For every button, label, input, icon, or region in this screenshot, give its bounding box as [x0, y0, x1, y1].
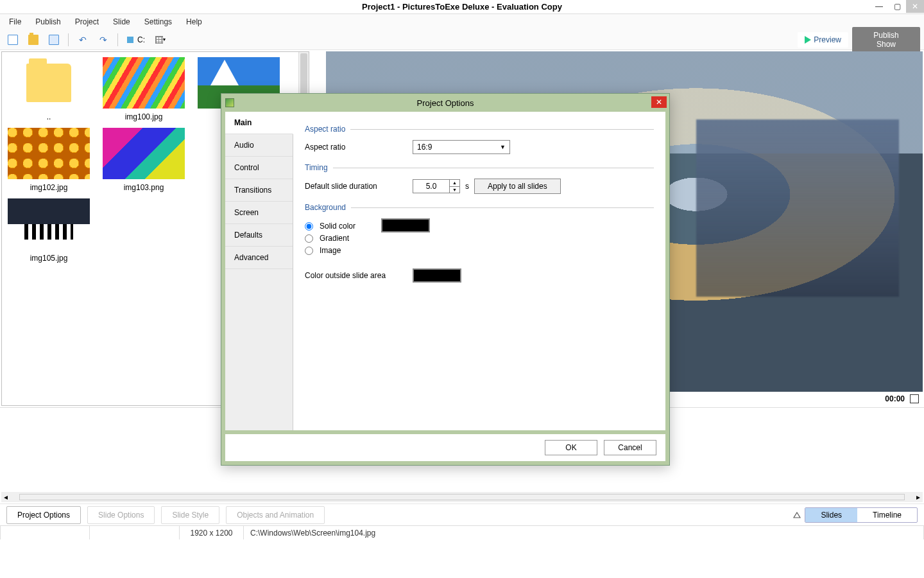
chevron-down-icon: ▼	[500, 144, 506, 150]
scroll-track[interactable]	[19, 494, 905, 500]
spin-down-icon[interactable]: ▼	[450, 187, 459, 193]
slide-options-button[interactable]: Slide Options	[87, 506, 155, 524]
scrollbar-horizontal[interactable]: ◂ ▸	[1, 492, 923, 502]
thumbnail-image	[8, 198, 90, 250]
bg-solid-radio[interactable]: Solid color	[305, 222, 355, 231]
aspect-ratio-value: 16:9	[417, 143, 432, 152]
save-button[interactable]	[45, 32, 63, 48]
aspect-ratio-label: Aspect ratio	[305, 143, 413, 152]
dialog-tab-main[interactable]: Main	[225, 112, 293, 134]
view-timeline-tab[interactable]: Timeline	[857, 508, 917, 522]
duration-input[interactable]	[413, 180, 449, 193]
thumb-label: img102.jpg	[30, 183, 68, 192]
menu-project[interactable]: Project	[69, 15, 105, 29]
undo-button[interactable]: ↶	[74, 32, 92, 48]
new-file-icon	[8, 35, 18, 45]
preview-label: Preview	[814, 35, 841, 44]
project-options-button[interactable]: Project Options	[6, 506, 81, 524]
folder-icon	[26, 64, 71, 102]
section-background-title: Background	[305, 203, 654, 212]
apply-all-slides-button[interactable]: Apply to all slides	[474, 179, 561, 194]
spin-up-icon[interactable]: ▲	[450, 180, 459, 187]
thumbnail-image	[103, 128, 185, 179]
fullscreen-icon[interactable]	[910, 394, 919, 403]
menubar: File Publish Project Slide Settings Help	[0, 14, 924, 30]
thumb-label: img103.png	[124, 183, 164, 192]
menu-file[interactable]: File	[3, 15, 28, 29]
separator	[117, 33, 118, 46]
play-icon	[805, 36, 811, 44]
status-resolution: 1920 x 1200	[180, 526, 244, 539]
folder-item-parent[interactable]: ..	[6, 57, 92, 121]
ok-button[interactable]: OK	[545, 440, 597, 455]
dialog-titlebar[interactable]: Project Options ✕	[221, 94, 669, 112]
open-button[interactable]	[24, 32, 42, 48]
dialog-tab-control[interactable]: Control	[225, 157, 293, 179]
titlebar: Project1 - PicturesToExe Deluxe - Evalua…	[0, 0, 924, 14]
thumb-label: img105.jpg	[30, 254, 68, 263]
dialog-tab-screen[interactable]: Screen	[225, 202, 293, 224]
thumbnail-image	[8, 128, 90, 179]
file-item[interactable]: img105.jpg	[6, 198, 92, 263]
bg-image-label: Image	[320, 246, 341, 255]
duration-spinner[interactable]: ▲ ▼	[413, 179, 460, 193]
bg-gradient-radio[interactable]: Gradient	[305, 234, 355, 243]
file-item[interactable]: img103.png	[101, 128, 187, 192]
menu-settings[interactable]: Settings	[138, 15, 178, 29]
radio-input[interactable]	[305, 234, 313, 243]
new-button[interactable]	[4, 32, 22, 48]
section-aspect-title: Aspect ratio	[305, 125, 654, 134]
dialog-tab-defaults[interactable]: Defaults	[225, 224, 293, 247]
radio-input[interactable]	[305, 247, 313, 255]
window-controls: — ▢ ✕	[870, 0, 924, 13]
statusbar: 1920 x 1200 C:\Windows\Web\Screen\img104…	[0, 525, 924, 539]
bg-color-swatch[interactable]	[381, 218, 430, 232]
toolbar: ↶ ↷ C: ▾ Preview Publish Show	[0, 30, 924, 50]
thumbnail-image	[103, 57, 185, 109]
minimize-button[interactable]: —	[870, 0, 888, 13]
view-slides-tab[interactable]: Slides	[805, 508, 857, 522]
dialog-tab-audio[interactable]: Audio	[225, 134, 293, 157]
close-button[interactable]: ✕	[906, 0, 924, 13]
drive-label: C:	[137, 35, 145, 44]
slide-style-button[interactable]: Slide Style	[161, 506, 219, 524]
aspect-ratio-combo[interactable]: 16:9 ▼	[413, 140, 510, 154]
dialog-tab-advanced[interactable]: Advanced	[225, 247, 293, 269]
triangle-icon[interactable]	[793, 512, 801, 518]
dialog-tab-transitions[interactable]: Transitions	[225, 179, 293, 202]
thumb-label: ..	[47, 112, 51, 121]
scroll-right-icon[interactable]: ▸	[914, 493, 923, 502]
menu-help[interactable]: Help	[180, 15, 209, 29]
drive-selector[interactable]: C:	[123, 34, 149, 46]
preview-time: 00:00	[885, 394, 905, 403]
maximize-button[interactable]: ▢	[888, 0, 906, 13]
bg-image-radio[interactable]: Image	[305, 246, 355, 255]
preview-button[interactable]: Preview	[798, 32, 848, 48]
bottom-toolbar: Project Options Slide Options Slide Styl…	[0, 504, 924, 525]
status-cell-blank	[0, 526, 90, 539]
radio-input[interactable]	[305, 222, 313, 231]
redo-icon: ↷	[99, 35, 107, 44]
publish-show-button[interactable]: Publish Show	[852, 27, 920, 53]
duration-label: Default slide duration	[305, 182, 413, 191]
window-title: Project1 - PicturesToExe Deluxe - Evalua…	[362, 2, 562, 12]
view-toggle: Slides Timeline	[805, 507, 918, 523]
dialog-title: Project Options	[417, 98, 474, 108]
outside-color-label: Color outside slide area	[305, 271, 413, 280]
cancel-button[interactable]: Cancel	[604, 440, 656, 455]
scroll-left-icon[interactable]: ◂	[1, 493, 10, 502]
bg-gradient-label: Gradient	[320, 234, 349, 243]
file-item[interactable]: img100.jpg	[101, 57, 187, 121]
undo-icon: ↶	[79, 35, 87, 44]
menu-slide[interactable]: Slide	[107, 15, 137, 29]
objects-animation-button[interactable]: Objects and Animation	[226, 506, 325, 524]
dialog-close-button[interactable]: ✕	[651, 96, 667, 108]
redo-button[interactable]: ↷	[94, 32, 112, 48]
view-options-button[interactable]: ▾	[151, 32, 169, 48]
file-item[interactable]: img102.jpg	[6, 128, 92, 192]
dialog-content: Aspect ratio Aspect ratio 16:9 ▼ Timing …	[293, 112, 665, 430]
outside-color-swatch[interactable]	[413, 268, 461, 283]
menu-publish[interactable]: Publish	[29, 15, 67, 29]
separator	[68, 33, 69, 46]
status-cell-blank	[90, 526, 180, 539]
